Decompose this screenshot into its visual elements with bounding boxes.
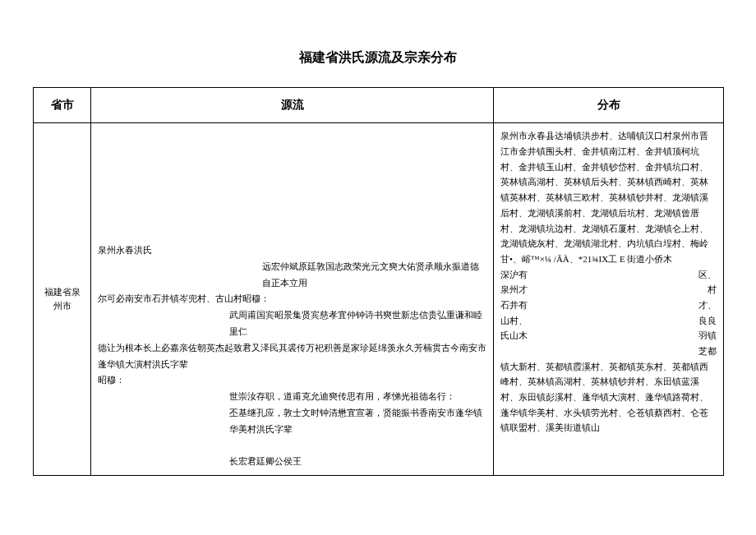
distribution-cell: 泉州市永春县达埔镇洪步村、达哺镇汉口村泉州市晋江市金井镇围头村、金井镇南江村、金… [494, 123, 724, 476]
origin-line: 丕基继孔应，敦士文时钟清懋宜宣著，贤能振书香南安市蓬华镇华美村洪氏字辈 [98, 405, 486, 438]
table-header-row: 省市 源流 分布 [34, 88, 724, 123]
distribution-row: 芝都 [500, 344, 717, 359]
origin-line: 长宏君廷卿公侯王 [98, 454, 486, 470]
table-row: 福建省泉州市 泉州永春洪氏 远宏仲斌原廷敦国志政荣光元文奭大佑贤承顺永振道德自正… [34, 123, 724, 476]
origin-line: 德让为根本长上必嘉亲佐朝英杰起致君又泽民其裘传万祀积善是家珍延绵羡永久芳楠贯古今… [98, 340, 486, 373]
dist-right: 区、 [698, 267, 717, 283]
dist-right: 才、 [698, 297, 717, 313]
header-distribution: 分布 [494, 88, 724, 123]
dist-left: 深沪有 [500, 267, 528, 283]
distribution-row: 山村、 良良 [500, 313, 717, 329]
distribution-row: 石井有 才、 [500, 297, 717, 313]
distribution-text: 镇大新村、英都镇霞溪村、英都镇英东村、英都镇西峰村、英林镇高湖村、英林镇钞井村、… [500, 362, 708, 433]
dist-right: 羽镇 [698, 328, 717, 344]
distribution-row: 泉州才 村 [500, 282, 717, 297]
dist-right: 村 [708, 282, 717, 297]
origin-line: 远宏仲斌原廷敦国志政荣光元文奭大佑贤承顺永振道德自正本立用 [98, 259, 486, 292]
distribution-text: 泉州市永春县达埔镇洪步村、达哺镇汉口村泉州市晋江市金井镇围头村、金井镇南江村、金… [500, 131, 708, 264]
origin-line: 昭穆： [98, 372, 486, 389]
origin-line: 泉州永春洪氏 [98, 242, 486, 259]
dist-left: 山村、 [500, 313, 528, 329]
dist-left: 氏山木 [500, 328, 528, 344]
distribution-row: 深沪有 区、 [500, 267, 717, 283]
header-province: 省市 [34, 88, 91, 123]
distribution-content: 泉州市永春县达埔镇洪步村、达哺镇汉口村泉州市晋江市金井镇围头村、金井镇南江村、金… [500, 128, 717, 436]
origin-content: 泉州永春洪氏 远宏仲斌原廷敦国志政荣光元文奭大佑贤承顺永振道德自正本立用 尔可必… [98, 128, 486, 470]
origin-line: 尔可必南安市石井镇岑兜村、古山村昭穆： [98, 291, 486, 307]
distribution-row: 氏山木 羽镇 [500, 328, 717, 344]
origin-line: 武周甫国宾昭景集贤宾慈孝宜仲钟诗书奭世新忠信贵弘重谦和睦里仁 [98, 307, 486, 340]
dist-right: 良良 [698, 313, 717, 329]
origin-line: 世崇汝存职，道甫克允迪奭传思有用，孝悌光祖德名行： [98, 389, 486, 405]
dist-left: 石井有 [500, 297, 528, 313]
dist-left: 泉州才 [500, 282, 528, 297]
genealogy-table: 省市 源流 分布 福建省泉州市 泉州永春洪氏 远宏仲斌原廷敦国志政荣光元文奭大佑… [33, 87, 724, 476]
document-title: 福建省洪氏源流及宗亲分布 [33, 49, 723, 67]
province-cell: 福建省泉州市 [34, 123, 91, 476]
origin-cell: 泉州永春洪氏 远宏仲斌原廷敦国志政荣光元文奭大佑贤承顺永振道德自正本立用 尔可必… [91, 123, 494, 476]
header-origin: 源流 [91, 88, 494, 123]
dist-right: 芝都 [698, 344, 717, 359]
